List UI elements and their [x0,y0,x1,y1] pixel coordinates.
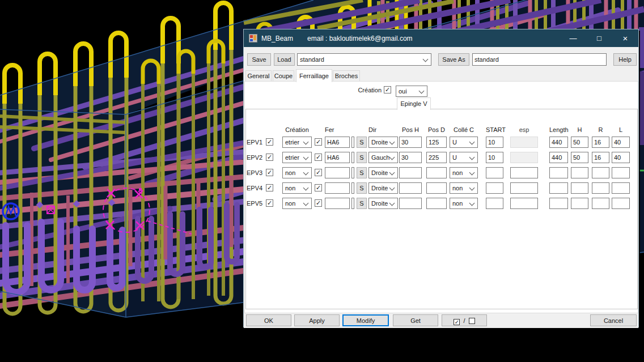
maximize-button[interactable]: □ [586,29,612,47]
l-input[interactable] [612,182,630,194]
length-input[interactable] [549,198,568,209]
length-input[interactable] [549,152,568,163]
row-enabled-checkbox[interactable]: ✓ [266,169,273,176]
help-button[interactable]: Help [613,53,637,66]
select-bar-button[interactable]: S [357,198,367,209]
pos-h-input[interactable] [399,137,422,148]
colle-c-combobox[interactable]: non [450,167,478,178]
select-bar-button[interactable]: S [357,182,367,194]
dir-combobox[interactable]: Droite [368,137,398,148]
modify-button[interactable]: Modify [342,314,389,326]
esp-input[interactable] [510,182,538,194]
dir-combobox[interactable]: Droite [368,198,398,209]
fer-enabled-checkbox[interactable]: ✓ [315,154,322,161]
fer-enabled-checkbox[interactable]: ✓ [315,169,322,176]
creation-combobox[interactable]: non [282,167,312,178]
creation-combobox[interactable]: etrier [282,152,312,163]
fer-input[interactable] [325,152,350,163]
colle-c-combobox[interactable]: U [450,137,478,148]
pos-h-input[interactable] [399,182,422,194]
h-input[interactable] [571,137,588,148]
r-input[interactable] [592,167,609,178]
colle-c-combobox[interactable]: non [450,182,478,194]
row-enabled-checkbox[interactable]: ✓ [266,184,273,191]
row-enabled-checkbox[interactable]: ✓ [266,138,273,146]
length-input[interactable] [549,137,568,148]
l-input[interactable] [612,137,630,148]
creation-combobox[interactable]: etrier [282,137,312,148]
l-input[interactable] [612,167,630,178]
fer-input[interactable] [325,198,350,209]
fer-input[interactable] [325,182,350,194]
esp-input[interactable] [510,198,538,209]
get-button[interactable]: Get [393,314,438,326]
h-input[interactable] [571,198,588,209]
pos-h-input[interactable] [399,198,422,209]
dir-combobox[interactable]: Gauch [368,152,398,163]
close-button[interactable]: × [612,29,638,47]
start-input[interactable] [486,137,503,148]
creation-combobox[interactable]: non [282,182,312,194]
preset-combobox[interactable]: standard [297,53,431,66]
minimize-button[interactable]: — [560,29,586,47]
toggle-all-checkboxes-button[interactable]: ✓ / [442,314,487,326]
esp-input[interactable] [510,152,538,163]
pos-d-input[interactable] [426,152,447,163]
check-icon: ✓ [316,154,321,160]
mb-beam-dialog: MB_Beam email : bakloutimelek6@gmail.com… [243,29,639,327]
colle-c-combobox[interactable]: non [450,198,478,209]
pos-h-input[interactable] [399,152,422,163]
dir-combobox[interactable]: Droite [368,182,398,194]
esp-input[interactable] [510,137,538,148]
select-bar-button[interactable]: S [357,137,367,148]
length-input[interactable] [549,182,568,194]
apply-button[interactable]: Apply [294,314,340,326]
fer-enabled-checkbox[interactable]: ✓ [315,184,322,191]
creation-toggle-checkbox[interactable]: ✓ [384,86,391,93]
tab-ferraillage[interactable]: Ferraillage [296,69,332,82]
r-input[interactable] [592,198,609,209]
creation-combobox[interactable]: non [282,198,312,209]
row-enabled-checkbox[interactable]: ✓ [266,199,273,207]
title-bar[interactable]: MB_Beam email : bakloutimelek6@gmail.com… [244,29,638,47]
esp-input[interactable] [510,167,538,178]
dir-combobox[interactable]: Droite [368,167,398,178]
pos-h-input[interactable] [399,167,422,178]
select-bar-button[interactable]: S [357,152,367,163]
subtab-epingle-v[interactable]: Epingle V [397,97,431,110]
tab-general[interactable]: General [245,70,272,82]
row-enabled-checkbox[interactable]: ✓ [266,154,273,161]
r-input[interactable] [592,152,609,163]
save-button[interactable]: Save [247,53,271,66]
pos-d-input[interactable] [426,182,447,194]
h-input[interactable] [571,167,588,178]
r-input[interactable] [592,182,609,194]
fer-enabled-checkbox[interactable]: ✓ [315,199,322,207]
fer-input[interactable] [325,167,350,178]
start-input[interactable] [486,182,503,194]
start-input[interactable] [486,167,503,178]
fer-input[interactable] [325,137,350,148]
h-input[interactable] [571,182,588,194]
tab-broches[interactable]: Broches [333,70,360,82]
select-bar-button[interactable]: S [357,167,367,178]
l-input[interactable] [612,198,630,209]
creation-toggle-combobox[interactable]: oui [396,86,427,97]
l-input[interactable] [612,152,630,163]
fer-enabled-checkbox[interactable]: ✓ [315,138,322,146]
load-button[interactable]: Load [274,53,295,66]
ok-button[interactable]: OK [246,314,291,326]
r-input[interactable] [592,137,609,148]
h-input[interactable] [571,152,588,163]
tab-coupe[interactable]: Coupe [273,70,294,82]
pos-d-input[interactable] [426,137,447,148]
cancel-button[interactable]: Cancel [590,314,637,326]
pos-d-input[interactable] [426,167,447,178]
colle-c-combobox[interactable]: U [450,152,478,163]
start-input[interactable] [486,198,503,209]
save-as-button[interactable]: Save As [438,53,469,66]
length-input[interactable] [549,167,568,178]
start-input[interactable] [486,152,503,163]
save-as-input[interactable] [472,53,607,66]
pos-d-input[interactable] [426,198,447,209]
